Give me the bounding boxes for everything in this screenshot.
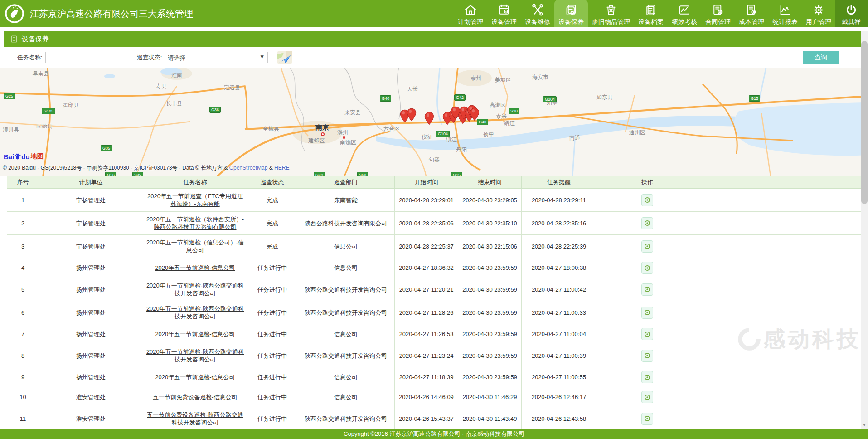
view-detail-button[interactable] [641, 350, 653, 362]
task-name-link[interactable]: 2020年五一节前巡检-信息公司 [155, 374, 235, 380]
table-cell: 2020-04-30 23:59:59 [458, 344, 522, 367]
table-cell: 4 [7, 258, 39, 278]
operation-cell [596, 344, 698, 367]
road-badge: S28 [509, 108, 519, 114]
nav-item-cost[interactable]: 成本管理 [735, 0, 768, 27]
nav-item-report[interactable]: 统计报表 [768, 0, 802, 27]
map-label: 长丰县 [166, 100, 182, 107]
table-cell: 淮安管理处 [39, 387, 143, 407]
map-label: 高港区 [490, 102, 506, 109]
tools-icon [531, 3, 544, 17]
task-name-link[interactable]: 2020年五一节前巡查（ETC专用道江苏海岭）-东南智能 [147, 193, 243, 207]
map-marker-icon[interactable] [424, 112, 434, 125]
road-badge: G15 [749, 95, 760, 102]
nav-item-home[interactable]: 计划管理 [454, 0, 487, 27]
map-label: 泰兴 [496, 112, 507, 120]
power-icon [844, 3, 858, 17]
map-label: 滁州 [337, 129, 348, 137]
nav-item-maintenance[interactable]: 设备保养 [554, 0, 588, 27]
table-cell: 扬州管理处 [39, 301, 143, 324]
map[interactable]: 阜南县淮南寿县定远县长丰县霍邱县固始县潢川县来安县天长滁州南谯区全椒县六合区仪征… [0, 68, 868, 176]
nav-item-trash[interactable]: 废旧物品管理 [588, 0, 634, 27]
task-name-link[interactable]: 2020年五一节前巡检-信息公司 [155, 331, 235, 337]
operation-cell [596, 258, 698, 278]
nav-item-gear[interactable]: 用户管理 [802, 0, 835, 27]
nav-item-power[interactable]: 戴其祥 [835, 0, 868, 27]
road-badge: G40 [380, 95, 391, 102]
task-name-cell: 2020年五一节前巡检-信息公司 [143, 367, 247, 387]
map-label: 扬中 [483, 131, 494, 138]
view-detail-button[interactable] [641, 413, 653, 425]
status-select[interactable]: 请选择 [165, 52, 268, 63]
view-detail-button[interactable] [641, 391, 653, 403]
road-badge: G15 [451, 172, 462, 176]
view-detail-button[interactable] [641, 217, 653, 229]
column-header: 任务提醒 [522, 176, 596, 189]
scrollbar-down-arrow[interactable]: ▼ [861, 421, 868, 429]
table-cell: 2020-04-30 11:43:49 [458, 407, 522, 429]
task-name-input[interactable] [45, 52, 123, 63]
table-cell: 任务进行中 [247, 258, 297, 278]
map-label: 建邺区 [308, 137, 325, 145]
task-name-cell: 2020年五一节前巡检-陕西公路交通科技开发咨询公司 [143, 301, 247, 324]
empty-cell [698, 235, 861, 258]
view-detail-button[interactable] [641, 283, 653, 296]
map-marker-icon[interactable] [407, 108, 417, 122]
query-button[interactable]: 查询 [803, 51, 839, 64]
nav-item-performance[interactable]: 绩效考核 [668, 0, 701, 27]
table-cell: 2020-04-27 11:00:55 [522, 367, 596, 387]
task-name-link[interactable]: 2020年五一节前巡检-陕西公路交通科技开发咨询公司 [146, 348, 244, 363]
map-label: 镇江 [446, 136, 457, 144]
task-name-cell: 2020年五一节前巡检（软件西安所）-陕西公路科技开发咨询有限公司 [143, 212, 247, 235]
view-detail-button[interactable] [641, 371, 653, 383]
view-detail-button[interactable] [641, 307, 653, 319]
nav-item-label: 合同管理 [705, 18, 731, 26]
view-detail-button[interactable] [641, 194, 653, 206]
table-cell: 2020-04-27 18:00:38 [522, 258, 596, 278]
company-logo-icon [5, 4, 24, 24]
table-cell: 2020-04-27 18:36:32 [395, 258, 458, 278]
view-detail-button[interactable] [641, 262, 653, 274]
operation-cell [596, 235, 698, 258]
nav-item-contract[interactable]: 合同管理 [701, 0, 735, 27]
task-name-link[interactable]: 2020年五一节前巡检-陕西公路交通科技开发咨询公司 [146, 282, 244, 297]
baidu-maps-logo: Bai du 地图 [4, 152, 44, 161]
road-badge: G35 [101, 145, 112, 151]
tasks-table-wrap: 序号计划单位任务名称巡查状态巡查部门开始时间结束时间任务提醒操作 1宁扬管理处2… [7, 176, 861, 429]
column-header: 开始时间 [395, 176, 458, 189]
view-detail-button[interactable] [641, 240, 653, 253]
here-link[interactable]: HERE [274, 165, 289, 171]
footer: Copyright ©2016 江苏京沪高速公路有限公司 · 南京感动科技有限公… [0, 429, 868, 439]
table-cell: 任务进行中 [247, 278, 297, 301]
task-name-cell: 2020年五一节前巡检-信息公司 [143, 324, 247, 344]
task-name-link[interactable]: 2020年五一节前巡检-陕西公路交通科技开发咨询公司 [146, 305, 244, 320]
nav-item-label: 戴其祥 [842, 18, 861, 26]
map-label: 霍邱县 [63, 102, 79, 109]
task-name-link[interactable]: 五一节前免费设备巡检-信息公司 [153, 394, 237, 400]
osm-link[interactable]: OpenStreetMap [229, 165, 268, 171]
nav-item-archive[interactable]: 设备档案 [634, 0, 668, 27]
task-name-label: 任务名称: [17, 54, 43, 62]
task-name-link[interactable]: 2020年五一节前巡检（信息公司）-信息公司 [146, 239, 244, 254]
table-cell: 2020-04-28 22:25:37 [395, 235, 458, 258]
table-cell: 9 [7, 367, 39, 387]
view-detail-button[interactable] [641, 328, 653, 340]
task-name-link[interactable]: 五一节前免费设备巡检-陕西公路交通科技开发咨询公司 [147, 411, 243, 426]
nav-item-label: 计划管理 [458, 18, 483, 26]
task-name-cell: 五一节前免费设备巡检-信息公司 [143, 387, 247, 407]
archive-icon [644, 3, 658, 17]
map-marker-icon[interactable] [470, 107, 480, 121]
task-name-link[interactable]: 2020年五一节前巡检（软件西安所）-陕西公路科技开发咨询有限公司 [146, 216, 244, 230]
column-header: 任务名称 [143, 176, 247, 189]
task-name-link[interactable]: 2020年五一节前巡检-信息公司 [155, 264, 235, 271]
table-cell: 3 [7, 235, 39, 258]
vertical-scrollbar[interactable]: ▼ [861, 31, 868, 429]
nav-item-device-gear[interactable]: 设备管理 [487, 0, 521, 27]
scrollbar-thumb[interactable] [861, 41, 868, 204]
table-cell: 2020-04-27 11:00:33 [522, 301, 596, 324]
empty-cell [698, 407, 861, 429]
table-cell: 宁扬管理处 [39, 189, 143, 212]
map-locate-button[interactable] [277, 50, 292, 65]
nav-item-tools[interactable]: 设备维修 [521, 0, 554, 27]
table-cell: 陕西公路交通科技开发咨询公司 [297, 301, 395, 324]
